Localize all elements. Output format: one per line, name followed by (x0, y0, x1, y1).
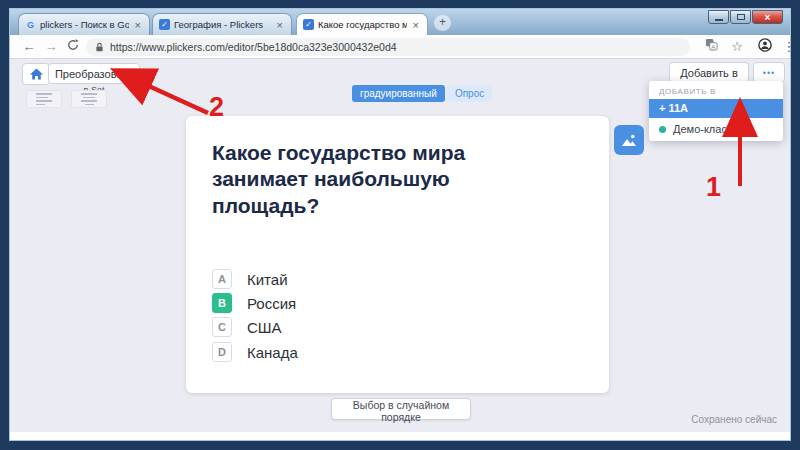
more-options-button[interactable]: ••• (753, 62, 785, 83)
url-bar[interactable]: https://www.plickers.com/editor/5be18d0c… (86, 38, 690, 56)
list-icon (81, 93, 97, 95)
graded-toggle-button[interactable]: градуированный (352, 85, 445, 102)
new-tab-button[interactable]: + (434, 15, 451, 31)
tab-title: plickers - Поиск в Google (40, 19, 129, 30)
image-icon (620, 132, 638, 149)
browser-window: G plickers - Поиск в Google × ✓ Географи… (9, 8, 791, 441)
url-text: https://www.plickers.com/editor/5be18d0c… (110, 41, 397, 53)
dropdown-header: ДОБАВИТЬ В (649, 81, 783, 99)
tab-geografia[interactable]: ✓ География - Plickers × (152, 13, 292, 35)
window-bottom-strip (10, 432, 790, 440)
choice-letter-badge[interactable]: A (212, 269, 232, 289)
plickers-icon: ✓ (303, 19, 314, 30)
close-icon[interactable]: × (275, 20, 285, 30)
tab-active-question[interactable]: ✓ Какое государство мира заним × (296, 13, 428, 35)
tab-title: Какое государство мира заним (318, 19, 407, 30)
list-icon (81, 100, 97, 102)
plickers-icon: ✓ (159, 19, 170, 30)
list-icon (36, 100, 52, 102)
plickers-editor: Преобразовать в Set градуированный Опрос… (10, 59, 790, 434)
close-icon[interactable]: × (133, 20, 143, 30)
tab-title: География - Plickers (174, 19, 271, 30)
correct-choice-badge[interactable]: B (212, 293, 232, 313)
home-button[interactable] (22, 63, 50, 85)
align-left-list-button[interactable] (26, 90, 62, 108)
add-to-button[interactable]: Добавить в (669, 62, 749, 83)
profile-avatar-button[interactable] (756, 38, 774, 56)
choice-row-d[interactable]: D Канада (212, 342, 298, 362)
choice-text[interactable]: Китай (247, 271, 288, 288)
dropdown-item-label: Демо-класс (673, 123, 732, 135)
saved-status: Сохранено сейчас (691, 414, 777, 425)
close-icon[interactable]: × (411, 20, 421, 30)
choice-text[interactable]: Россия (247, 295, 296, 312)
titlebar: G plickers - Поиск в Google × ✓ Географи… (10, 9, 790, 35)
bookmark-star-button[interactable]: ☆ (728, 38, 746, 56)
choice-text[interactable]: США (247, 319, 282, 336)
list-icon (36, 93, 52, 95)
translate-button[interactable]: A (702, 38, 720, 56)
browser-menu-button[interactable]: ⋮ (780, 38, 798, 56)
choice-letter-badge[interactable]: C (212, 317, 232, 337)
minimize-icon (715, 19, 723, 21)
forward-button[interactable]: → (42, 38, 60, 56)
align-center-list-button[interactable] (71, 90, 107, 108)
choice-letter-badge[interactable]: D (212, 342, 232, 362)
maximize-button[interactable] (730, 10, 751, 24)
dropdown-item-11a[interactable]: + 11A (649, 99, 783, 118)
list-icon (85, 104, 94, 106)
choice-row-a[interactable]: A Китай (212, 269, 288, 289)
question-text[interactable]: Какое государство мира занимает наибольш… (212, 140, 502, 219)
list-icon (36, 97, 48, 99)
add-to-dropdown: ДОБАВИТЬ В + 11A Демо-класс (649, 81, 783, 141)
back-button[interactable]: ← (20, 38, 38, 56)
convert-button[interactable]: Преобразовать (48, 63, 140, 84)
google-icon: G (25, 20, 36, 30)
choice-text[interactable]: Канада (247, 344, 298, 361)
close-icon: × (765, 12, 771, 23)
window-controls: × (707, 10, 783, 24)
maximize-icon (737, 14, 745, 20)
reload-button[interactable] (64, 38, 82, 56)
add-image-button[interactable] (614, 125, 644, 155)
choice-row-b[interactable]: B Россия (212, 293, 296, 313)
list-icon (83, 97, 95, 99)
home-icon (29, 67, 44, 81)
question-type-toggle: градуированный Опрос (352, 85, 492, 102)
reload-icon (67, 39, 79, 51)
translate-icon: A (705, 38, 718, 51)
close-window-button[interactable]: × (752, 10, 783, 24)
survey-toggle-button[interactable]: Опрос (447, 85, 492, 102)
question-card: Какое государство мира занимает наибольш… (186, 116, 609, 393)
class-dot-icon (659, 126, 666, 133)
list-icon (36, 104, 45, 106)
lock-icon (94, 41, 105, 53)
minimize-button[interactable] (708, 10, 729, 24)
choice-row-c[interactable]: C США (212, 317, 282, 337)
dropdown-item-demo-class[interactable]: Демо-класс (649, 118, 783, 137)
svg-text:A: A (711, 44, 715, 50)
tab-google-search[interactable]: G plickers - Поиск в Google × (18, 13, 150, 35)
avatar-icon (758, 38, 772, 52)
navbar: ← → https://www.plickers.com/editor/5be1… (10, 35, 790, 59)
shuffle-choices-button[interactable]: Выбор в случайном порядке (331, 398, 471, 420)
